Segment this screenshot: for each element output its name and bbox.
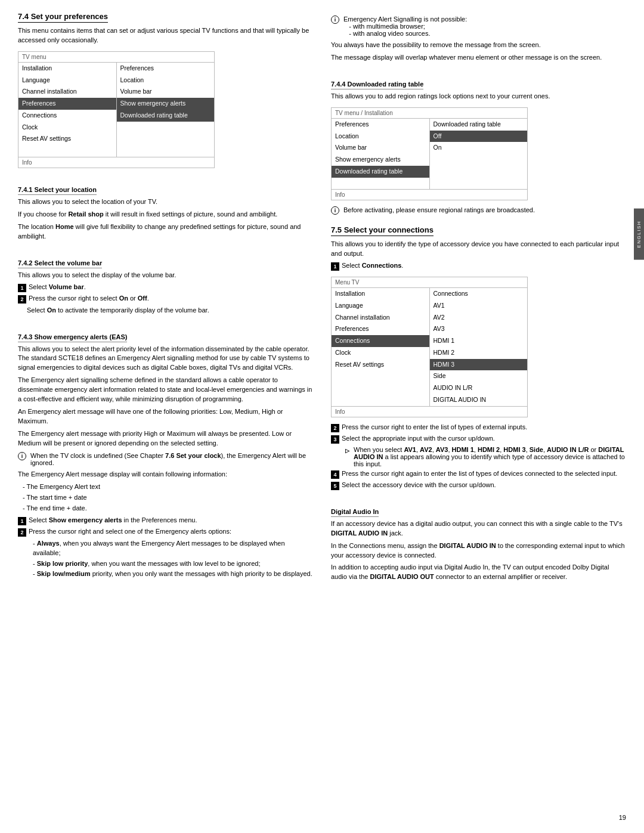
menu-title-tv: Menu TV <box>332 277 527 288</box>
list-item: The start time + date <box>23 493 313 503</box>
s743-step2-text: Press the cursor right and select one of… <box>29 528 231 535</box>
menu-item-empty <box>117 133 215 145</box>
menu-item-empty <box>430 178 528 190</box>
menu-footer: Info <box>332 189 527 200</box>
s75-step2-text: Press the cursor right to enter the list… <box>342 423 527 431</box>
section-7-4-2: 7.4.2 Select the volume bar This allows … <box>18 252 313 315</box>
s742-p1: This allows you to select the display of… <box>18 271 313 280</box>
menu-item: Installation <box>332 288 429 300</box>
step-2-text: Press the cursor right to select On or O… <box>29 295 149 302</box>
menu-item-hdmi2: HDMI 2 <box>430 347 528 359</box>
menu-item: Channel installation <box>332 312 429 324</box>
menu-right-title: Downloaded rating table <box>430 119 528 131</box>
section-7-4-3: 7.4.3 Show emergency alerts (EAS) This a… <box>18 326 313 580</box>
menu-title: TV menu <box>18 52 214 63</box>
menu-item: Volume bar <box>117 86 215 98</box>
s743-p1: This allows you to select the alert prio… <box>18 345 313 373</box>
digital-audio-p2: In the Connections menu, assign the DIGI… <box>331 541 626 561</box>
menu-item-side: Side <box>430 370 528 382</box>
page-number: 19 <box>619 814 626 821</box>
section-7-4-3-heading: 7.4.3 Show emergency alerts (EAS) <box>18 333 127 342</box>
right-column: i Emergency Alert Signalling is not poss… <box>331 12 626 593</box>
s741-p1: This allows you to select the location o… <box>18 197 313 207</box>
s743-step1-text: Select Show emergency alerts in the Pref… <box>29 516 197 524</box>
section-7-4-3-right: i Emergency Alert Signalling is not poss… <box>331 16 626 63</box>
menu-item: Reset AV settings <box>18 133 116 145</box>
step-num-3: 3 <box>331 435 339 444</box>
s741-p3: The location Home will give full flexibi… <box>18 222 313 241</box>
menu-item-digital-audio: DIGITAL AUDIO IN <box>430 394 528 406</box>
option-skip-low: Skip low priority, when you want the mes… <box>33 559 313 569</box>
menu-item-downloaded-rating[interactable]: Downloaded rating table <box>117 110 215 122</box>
menu-item-hdmi3[interactable]: HDMI 3 <box>430 359 528 371</box>
left-column: 7.4 Set your preferences This menu conta… <box>18 12 313 593</box>
menu-item-on: On <box>430 142 528 154</box>
step-num-2: 2 <box>18 295 26 304</box>
info-clock-text: When the TV clock is undefined (See Chap… <box>30 452 313 466</box>
tv-menu-table: TV menu Installation Language Channel in… <box>18 51 215 168</box>
menu-item: Show emergency alerts <box>332 154 429 166</box>
s75-step2: 2 Press the cursor right to enter the li… <box>331 423 626 432</box>
info-icon-ratings: i <box>331 206 339 215</box>
menu-footer: Info <box>332 406 527 417</box>
step-1-text: Select Volume bar. <box>29 283 86 290</box>
menu-item: Volume bar <box>332 142 429 154</box>
menu-footer: Info <box>18 157 214 168</box>
menu-title-installation: TV menu / Installation <box>332 108 527 119</box>
menu-item: Installation <box>18 63 116 75</box>
menu-item-show-emergency[interactable]: Show emergency alerts <box>117 98 215 110</box>
section-7-4-4: 7.4.4 Downloaded rating table This allow… <box>331 73 626 215</box>
step-num-2: 2 <box>331 424 339 432</box>
list-item: The end time + date. <box>23 504 313 513</box>
menu-item-empty <box>332 370 429 382</box>
s75-step3-text: Select the appropriate input with the cu… <box>342 435 495 442</box>
digital-audio-p1: If an accessory device has a digital aud… <box>331 519 626 538</box>
section-7-4: 7.4 Set your preferences This menu conta… <box>18 12 313 168</box>
s75-step1-text: Select Connections. <box>342 262 403 269</box>
info-icon: i <box>18 452 26 460</box>
option-skip-low-med: Skip low/medium priority, when you only … <box>33 569 313 579</box>
step-1: 1 Select Volume bar. <box>18 283 313 292</box>
step-num-2: 2 <box>18 528 26 537</box>
menu-item: Preferences <box>332 323 429 335</box>
s741-p2: If you choose for Retail shop it will re… <box>18 210 313 219</box>
menu-item-av3: AV3 <box>430 323 528 335</box>
step-num-4: 4 <box>331 470 339 479</box>
s75-sub3-text: When you select AV1, AV2, AV3, HDMI 1, H… <box>354 446 626 467</box>
step-num-1: 1 <box>331 262 339 271</box>
s743-options: Always, when you always want the Emergen… <box>18 539 313 580</box>
menu-item: Location <box>117 75 215 86</box>
section-7-4-2-heading: 7.4.2 Select the volume bar <box>18 259 102 268</box>
s742-note: Select On to activate the temporarily di… <box>18 306 313 315</box>
s743-p4: The Emergency alert message with priorit… <box>18 429 313 448</box>
info-icon-eas: i <box>331 16 339 24</box>
menu-right: Connections AV1 AV2 AV3 HDMI 1 HDMI 2 HD… <box>430 288 528 406</box>
menu-right-title: Connections <box>430 288 528 300</box>
menu-item-downloaded[interactable]: Downloaded rating table <box>332 166 429 178</box>
menu-body: Installation Language Channel installati… <box>18 63 214 157</box>
menu-item: Channel installation <box>18 86 116 98</box>
menu-item-clock: Clock <box>18 122 116 134</box>
tv-menu-downloaded-rating: TV menu / Installation Preferences Locat… <box>331 107 528 201</box>
eas-info-text: Emergency Alert Signalling is not possib… <box>343 16 467 37</box>
s743-p3: An Emergency alert message will have one… <box>18 407 313 426</box>
section-digital-audio: Digital Audio In If an accessory device … <box>331 501 626 583</box>
menu-item-av2: AV2 <box>430 312 528 324</box>
s75-step3: 3 Select the appropriate input with the … <box>331 435 626 444</box>
menu-item-connections[interactable]: Connections <box>332 335 429 347</box>
option-always: Always, when you always want the Emergen… <box>33 539 313 558</box>
menu-item: Preferences <box>332 119 429 131</box>
s75-step4: 4 Press the cursor right again to enter … <box>331 470 626 479</box>
list-item: The Emergency Alert text <box>23 482 313 492</box>
menu-item: Language <box>332 300 429 312</box>
section-7-4-heading: 7.4 Set your preferences <box>18 12 108 23</box>
menu-item-preferences[interactable]: Preferences <box>18 98 116 110</box>
section-7-5: 7.5 Select your connections This allows … <box>331 225 626 490</box>
menu-item-empty <box>430 166 528 178</box>
info-block-ratings: i Before activating, please ensure regio… <box>331 206 626 215</box>
s744-p1: This allows you to add region ratings lo… <box>331 92 626 101</box>
tv-menu-connections: Menu TV Installation Language Channel in… <box>331 277 528 417</box>
arrow-icon: ▷ <box>343 447 351 455</box>
menu-item-off[interactable]: Off <box>430 131 528 143</box>
english-sidebar-tab: ENGLISH <box>634 209 644 260</box>
